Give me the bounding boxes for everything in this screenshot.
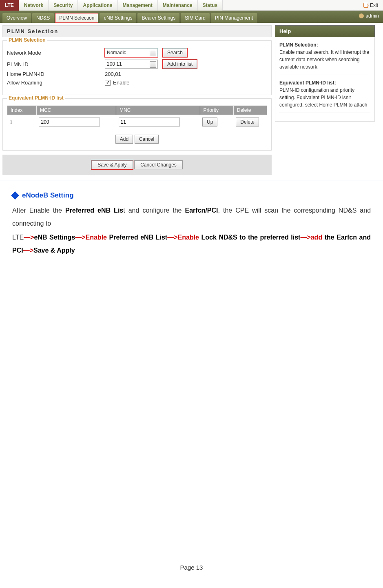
chevron-down-icon [152, 52, 155, 53]
add-into-list-button[interactable]: Add into list [163, 60, 197, 69]
legend-plmn-list: Equivalent PLMN-ID list [7, 95, 65, 101]
th-delete: Delete [233, 106, 267, 115]
help-h1: PLMN Selection: [279, 41, 370, 49]
subtab-plmn-selection[interactable]: PLMN Selection [55, 13, 98, 23]
tab-maintenance[interactable]: Maintenance [158, 0, 198, 11]
cancel-button[interactable]: Cancel [135, 135, 159, 144]
user-icon [359, 13, 364, 18]
tab-status[interactable]: Status [198, 0, 223, 11]
table-row: 1 Up Delete [7, 115, 267, 129]
th-mnc: MNC [116, 106, 200, 115]
exit-label: Exit [370, 2, 378, 8]
main-area: PLMN Selection PLMN Selection Network Mo… [0, 23, 383, 178]
help-h2: Equivalent PLMN-ID list: [279, 79, 370, 87]
exit-link[interactable]: Exit [363, 2, 383, 8]
legend-plmn: PLMN Selection [7, 37, 47, 43]
tab-lte[interactable]: LTE [0, 0, 19, 11]
help-p2: PLMN-ID configuration and priority setti… [279, 87, 370, 109]
label-network-mode: Network Mode [7, 50, 105, 56]
add-button[interactable]: Add [115, 135, 133, 144]
input-mcc[interactable] [39, 118, 100, 126]
cancel-changes-button[interactable]: Cancel Changes [134, 160, 183, 169]
checkbox-label-enable: Enable [113, 80, 129, 86]
top-nav: LTE Network Security Applications Manage… [0, 0, 383, 11]
tab-applications[interactable]: Applications [78, 0, 117, 11]
up-button[interactable]: Up [202, 118, 217, 126]
th-index: Index [7, 106, 37, 115]
tab-network[interactable]: Network [19, 0, 49, 11]
th-mcc: MCC [36, 106, 116, 115]
chevron-down-icon [152, 63, 155, 65]
doc-p1: After Enable the Preferred eNB List and … [12, 204, 371, 230]
diamond-icon [11, 191, 19, 200]
save-apply-button[interactable]: Save & Apply [91, 160, 133, 169]
exit-icon [363, 3, 368, 8]
subtab-bearer-settings[interactable]: Bearer Settings [137, 13, 179, 23]
label-plmn-id: PLMN ID [7, 61, 105, 67]
subtab-overview[interactable]: Overview [2, 13, 31, 23]
action-bar: Save & Apply Cancel Changes [2, 155, 272, 175]
help-p1: Enable manual search. It will interrupt … [279, 49, 370, 71]
page-footer: Page 13 [0, 564, 383, 571]
checkbox-enable-roaming[interactable] [105, 80, 111, 86]
plmn-table: Index MCC MNC Priority Delete 1 Up Delet… [7, 105, 267, 129]
user-indicator: admin [359, 13, 379, 19]
th-priority: Priority [200, 106, 233, 115]
select-plmn-id[interactable]: 200 11 [105, 60, 158, 69]
sub-nav: Overview ND&S PLMN Selection eNB Setting… [0, 11, 383, 23]
delete-button[interactable]: Delete [236, 118, 259, 126]
cell-index: 1 [7, 115, 37, 129]
subtab-enb-settings[interactable]: eNB Settings [100, 13, 136, 23]
help-body: PLMN Selection: Enable manual search. It… [275, 37, 375, 122]
value-home-plmn: 200,01 [105, 71, 121, 77]
subtab-nds[interactable]: ND&S [32, 13, 54, 23]
doc-p2: LTE—>eNB Settings—>Enable Preferred eNB … [12, 231, 371, 257]
subtab-pin-management[interactable]: PIN Management [211, 13, 257, 23]
tab-management[interactable]: Management [118, 0, 158, 11]
panel-title: PLMN Selection [2, 25, 272, 37]
fieldset-plmn-list: Equivalent PLMN-ID list Index MCC MNC Pr… [2, 98, 272, 151]
help-title: Help [275, 25, 375, 37]
fieldset-plmn-selection: PLMN Selection Network Mode Nomadic Sear… [2, 40, 272, 95]
document-section: eNodeB Setting After Enable the Preferre… [0, 180, 383, 270]
input-mnc[interactable] [119, 118, 180, 126]
subtab-sim-card[interactable]: SIM Card [181, 13, 210, 23]
search-button[interactable]: Search [163, 48, 187, 57]
select-network-mode[interactable]: Nomadic [105, 48, 158, 57]
user-name: admin [365, 13, 379, 19]
doc-heading: eNodeB Setting [12, 189, 371, 202]
label-allow-roaming: Allow Roaming [7, 80, 105, 86]
label-home-plmn: Home PLMN-ID [7, 71, 105, 77]
tab-security[interactable]: Security [49, 0, 78, 11]
